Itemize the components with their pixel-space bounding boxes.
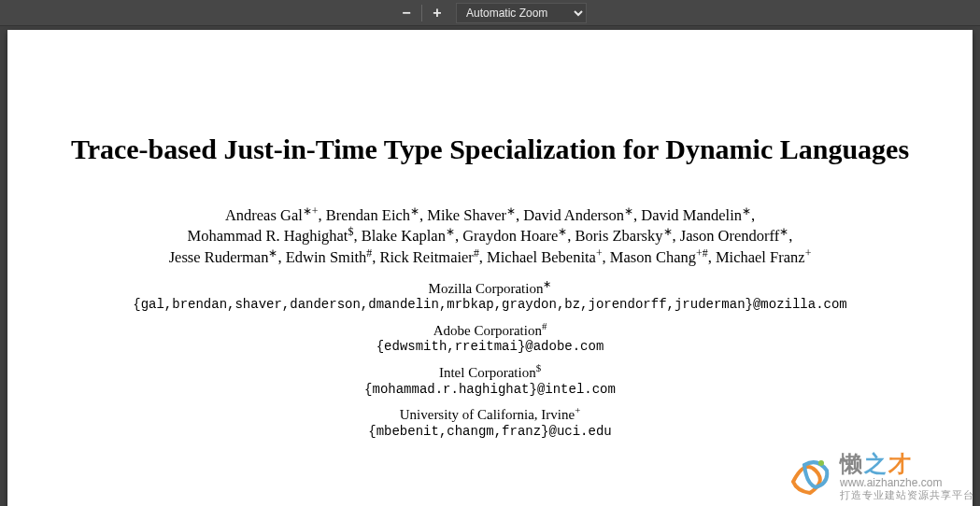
affiliation-email: {mohammad.r.haghighat}@intel.com [64, 383, 916, 397]
affiliation-email: {mbebenit,changm,franz}@uci.edu [64, 425, 916, 439]
authors-line: Andreas Gal∗+, Brendan Eich∗, Mike Shave… [64, 205, 916, 226]
toolbar-separator [421, 5, 422, 21]
paper-title: Trace-based Just-in-Time Type Specializa… [64, 133, 916, 166]
affiliation: Adobe Corporation# [64, 323, 916, 339]
pdf-viewer[interactable]: Trace-based Just-in-Time Type Specializa… [0, 26, 980, 506]
affiliation: Intel Corporation$ [64, 365, 916, 381]
authors-block: Andreas Gal∗+, Brendan Eich∗, Mike Shave… [64, 205, 916, 268]
affiliation-email: {edwsmith,rreitmai}@adobe.com [64, 340, 916, 354]
zoom-out-button[interactable]: − [393, 3, 419, 23]
pdf-page: Trace-based Just-in-Time Type Specializa… [7, 30, 973, 506]
zoom-in-button[interactable]: + [424, 3, 450, 23]
zoom-select[interactable]: Automatic Zoom [456, 3, 587, 23]
pdf-toolbar: − + Automatic Zoom [0, 0, 980, 26]
affiliation: University of California, Irvine+ [64, 407, 916, 423]
authors-line: Jesse Ruderman∗, Edwin Smith#, Rick Reit… [64, 247, 916, 268]
authors-line: Mohammad R. Haghighat$, Blake Kaplan∗, G… [64, 226, 916, 246]
affiliations-block: Mozilla Corporation∗ {gal,brendan,shaver… [64, 281, 916, 439]
affiliation: Mozilla Corporation∗ [64, 281, 916, 297]
affiliation-email: {gal,brendan,shaver,danderson,dmandelin,… [64, 298, 916, 312]
